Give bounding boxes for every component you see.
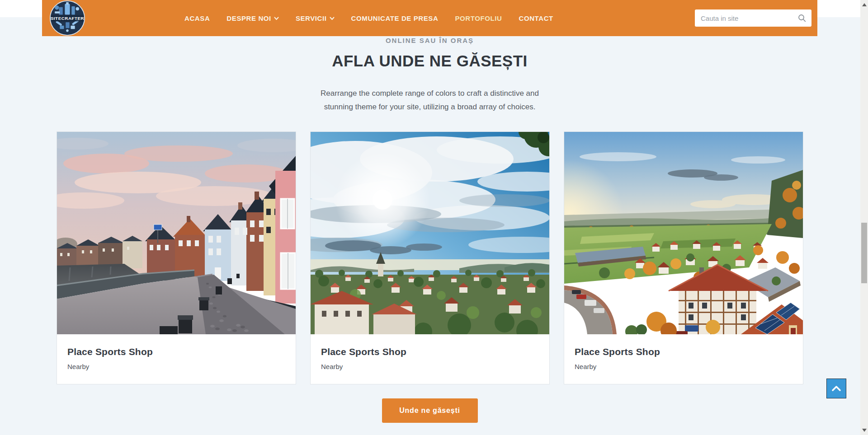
logo-text: SITECRAFTER <box>51 16 84 21</box>
site-logo[interactable]: SITECRAFTER <box>50 0 85 36</box>
card-info: Place Sports Shop Nearby <box>564 334 803 384</box>
place-card[interactable]: Place Sports Shop Nearby <box>310 131 550 384</box>
nav-item-servicii[interactable]: SERVICII <box>296 14 335 22</box>
site-search <box>695 9 811 27</box>
scroll-top-button[interactable] <box>826 379 846 398</box>
scrollbar-thumb[interactable] <box>861 223 867 283</box>
browser-scrollbar <box>860 0 868 435</box>
card-title: Place Sports Shop <box>321 346 539 357</box>
card-title: Place Sports Shop <box>575 346 793 357</box>
place-card[interactable]: Place Sports Shop Nearby <box>564 131 803 384</box>
chevron-down-icon <box>330 17 335 20</box>
place-card[interactable]: Place Sports Shop Nearby <box>57 131 296 384</box>
chevron-down-icon <box>274 17 279 20</box>
chevron-up-icon <box>831 385 841 392</box>
nav-item-acasa[interactable]: ACASA <box>184 14 210 22</box>
card-title: Place Sports Shop <box>67 346 285 357</box>
scrollbar-down-arrow[interactable] <box>862 429 867 432</box>
card-subtitle: Nearby <box>575 363 793 370</box>
aerial-autumn-village-image <box>564 132 803 334</box>
section-title: AFLA UNDE NE GĂSEȘTI <box>42 51 817 71</box>
sitecrafter-logo-badge: SITECRAFTER <box>50 0 85 36</box>
section-eyebrow: ONLINE SAU ÎN ORAȘ <box>42 37 817 44</box>
town-panorama-clouds-image <box>311 132 549 334</box>
card-subtitle: Nearby <box>67 363 285 370</box>
search-input[interactable] <box>695 14 798 22</box>
nav-item-contact[interactable]: CONTACT <box>519 14 553 22</box>
nav-item-portofoliu[interactable]: PORTOFOLIU <box>455 14 502 22</box>
section-description: Rearrange the complete range of colors t… <box>42 87 817 114</box>
main-nav: ACASA DESPRE NOI SERVICII COMUNICATE DE … <box>184 0 553 36</box>
card-info: Place Sports Shop Nearby <box>311 334 549 384</box>
scrollbar-up-arrow[interactable] <box>862 3 867 6</box>
search-icon[interactable] <box>798 14 806 22</box>
card-info: Place Sports Shop Nearby <box>57 334 296 384</box>
site-header: SITECRAFTER ACASA DESPRE NOI SERVICII CO… <box>42 0 817 36</box>
unde-ne-gasesti-button[interactable]: Unde ne găsești <box>382 398 478 423</box>
riverside-street-dusk-image <box>57 132 296 334</box>
location-cards: Place Sports Shop Nearby <box>57 131 803 384</box>
find-us-section: ONLINE SAU ÎN ORAȘ AFLA UNDE NE GĂSEȘTI … <box>42 0 817 435</box>
nav-item-comunicate-de-presa[interactable]: COMUNICATE DE PRESA <box>351 14 439 22</box>
card-subtitle: Nearby <box>321 363 539 370</box>
nav-item-despre-noi[interactable]: DESPRE NOI <box>226 14 279 22</box>
